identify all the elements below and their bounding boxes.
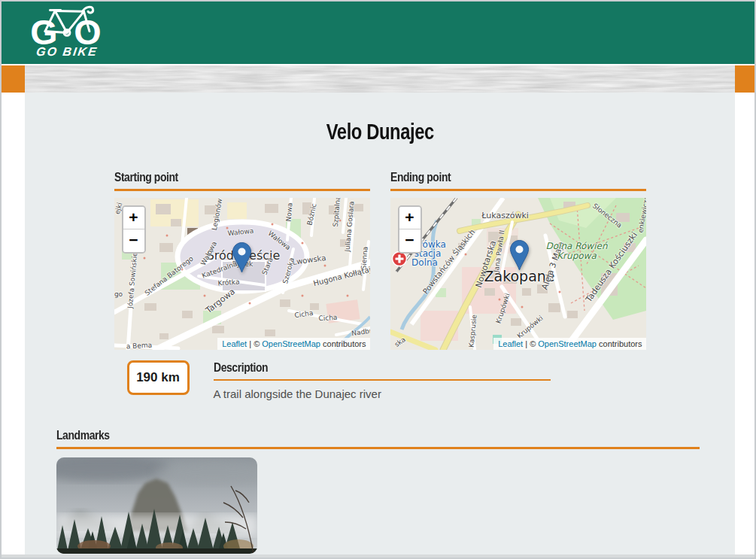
- page-title: Velo Dunajec: [25, 120, 735, 144]
- start-marker-icon: [232, 242, 251, 273]
- map-attribution: Leaflet | © OpenStreetMap contributors: [217, 338, 369, 350]
- osm-link[interactable]: OpenStreetMap: [538, 339, 597, 348]
- accent-square-left: [2, 65, 25, 93]
- distance-badge: 190 km: [127, 360, 190, 395]
- start-map[interactable]: ŚródmieścieRynekejkiLegionówWałowaWałowa…: [114, 198, 370, 350]
- hero-band: [2, 65, 754, 93]
- map-attribution: Leaflet | © OpenStreetMap contributors: [493, 338, 645, 350]
- end-marker-icon: [510, 240, 529, 271]
- ending-point-heading: Ending point: [390, 170, 646, 191]
- starting-point-column: Starting point: [114, 170, 370, 350]
- browser-window: G O GO BIKE: [0, 0, 756, 559]
- logo[interactable]: G O GO BIKE: [29, 5, 105, 59]
- svg-text:O: O: [74, 13, 101, 48]
- description-text: A trail alongside the Dunajec river: [214, 387, 551, 400]
- description-heading: Description: [214, 360, 551, 381]
- zoom-in-button[interactable]: +: [123, 207, 144, 229]
- map-zoom-control: + −: [398, 205, 422, 254]
- logo-text: GO BIKE: [29, 45, 106, 59]
- landmarks-section: Landmarks: [56, 428, 700, 554]
- bottom-strip: [2, 554, 754, 557]
- leaflet-link[interactable]: Leaflet: [222, 339, 247, 348]
- route-page: Velo Dunajec Starting point: [25, 93, 735, 554]
- ending-point-column: Ending point: [390, 170, 646, 350]
- landmark-photo: [56, 457, 257, 554]
- osm-link[interactable]: OpenStreetMap: [262, 339, 320, 348]
- route-details: Starting point: [114, 170, 646, 400]
- bike-logo-icon: G O: [29, 5, 105, 48]
- gravel-texture-image: [25, 65, 735, 93]
- leaflet-link[interactable]: Leaflet: [498, 339, 523, 348]
- app-header: G O GO BIKE: [2, 2, 754, 64]
- zoom-out-button[interactable]: −: [399, 229, 421, 252]
- description-section: Description A trail alongside the Dunaje…: [214, 360, 551, 400]
- starting-point-heading: Starting point: [114, 170, 370, 191]
- zoom-in-button[interactable]: +: [399, 207, 421, 229]
- accent-square-right: [735, 65, 754, 93]
- end-map[interactable]: ZakopaneŁukaszówkiSłonecznaenkiewiczaNow…: [390, 198, 646, 350]
- map-zoom-control: + −: [122, 205, 146, 254]
- svg-text:G: G: [30, 13, 57, 48]
- zoom-out-button[interactable]: −: [123, 229, 144, 252]
- landmarks-heading: Landmarks: [56, 428, 700, 449]
